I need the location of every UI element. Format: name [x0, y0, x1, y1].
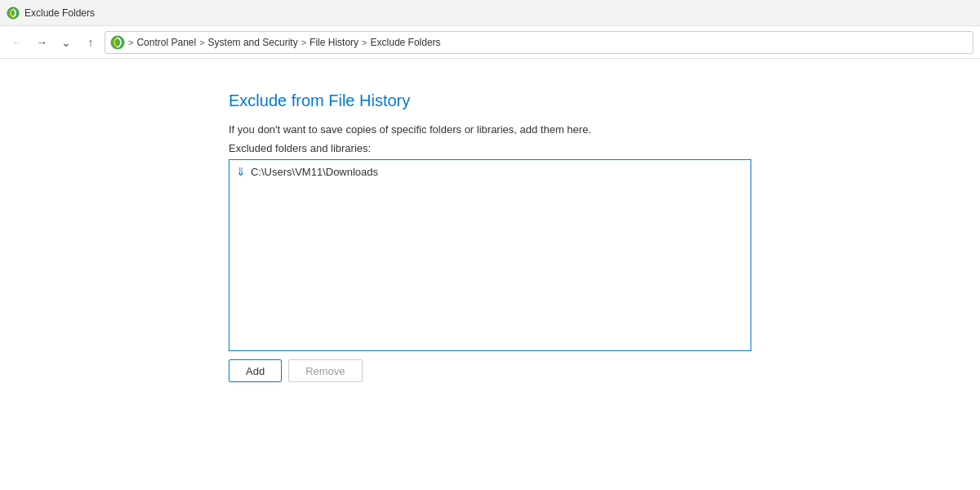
- list-label: Excluded folders and libraries:: [229, 142, 751, 154]
- back-button[interactable]: ←: [7, 32, 28, 53]
- breadcrumb-exclude-folders[interactable]: Exclude Folders: [371, 37, 441, 48]
- breadcrumb-file-history-icon: [110, 35, 125, 50]
- breadcrumb-sep-3: >: [362, 38, 367, 47]
- breadcrumb-control-panel[interactable]: Control Panel: [136, 37, 196, 48]
- chevron-down-icon: ⌄: [61, 36, 71, 49]
- recent-locations-button[interactable]: ⌄: [56, 32, 77, 53]
- content-panel: Exclude from File History If you don't w…: [229, 91, 751, 382]
- up-icon: ↑: [88, 36, 94, 49]
- breadcrumb-sep-1: >: [199, 38, 204, 47]
- forward-button[interactable]: →: [31, 32, 52, 53]
- breadcrumb-file-history[interactable]: File History: [310, 37, 359, 48]
- title-bar-icon: [7, 7, 20, 20]
- buttons-row: Add Remove: [229, 359, 751, 382]
- folder-path: C:\Users\VM11\Downloads: [251, 166, 378, 178]
- folders-listbox[interactable]: ⇓ C:\Users\VM11\Downloads: [229, 159, 751, 351]
- breadcrumb-system-security[interactable]: System and Security: [208, 37, 298, 48]
- title-bar: Exclude Folders: [0, 0, 980, 26]
- page-title: Exclude from File History: [229, 91, 751, 110]
- back-icon: ←: [11, 36, 23, 49]
- main-content: Exclude from File History If you don't w…: [0, 59, 980, 382]
- title-bar-text: Exclude Folders: [24, 7, 95, 19]
- list-item[interactable]: ⇓ C:\Users\VM11\Downloads: [233, 163, 747, 180]
- breadcrumb: > Control Panel > System and Security > …: [105, 31, 973, 54]
- up-button[interactable]: ↑: [80, 32, 101, 53]
- forward-icon: →: [36, 36, 47, 49]
- description-text: If you don't want to save copies of spec…: [229, 123, 751, 136]
- breadcrumb-sep-0: >: [128, 38, 133, 47]
- nav-bar: ← → ⌄ ↑ > Control Panel > System and Sec…: [0, 26, 980, 59]
- breadcrumb-sep-2: >: [301, 38, 306, 47]
- remove-button[interactable]: Remove: [288, 359, 362, 382]
- download-icon: ⇓: [236, 165, 246, 178]
- add-button[interactable]: Add: [229, 359, 282, 382]
